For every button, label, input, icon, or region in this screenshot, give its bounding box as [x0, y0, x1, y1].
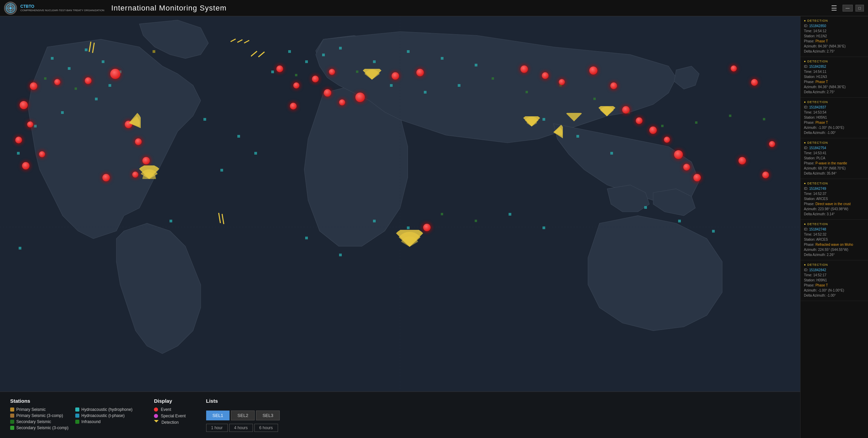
6hours-button[interactable]: 6 hours: [254, 424, 278, 432]
stations-legend: Stations Primary Seismic Hydroacoustic (…: [10, 398, 134, 430]
detection-time: Time: 14:53:54: [804, 110, 865, 115]
detection-item[interactable]: ● DETECTION ID: 151842749 Time: 14:52:37…: [801, 179, 868, 220]
minimize-button[interactable]: —: [843, 5, 853, 12]
display-detection: Detection: [154, 420, 185, 425]
detection-label-badge: ● DETECTION: [804, 222, 865, 226]
detection-azimuth: Azimuth: 84.36° (N84.36°E): [804, 44, 865, 49]
maximize-button[interactable]: □: [855, 5, 864, 12]
stations-items: Primary Seismic Hydroacoustic (hydrophon…: [10, 407, 134, 430]
detection-label-badge: ● DETECTION: [804, 100, 865, 104]
detection-time: Time: 14:54:12: [804, 28, 865, 34]
world-map: [0, 16, 800, 438]
detection-station: Station: ARCES: [804, 237, 865, 242]
detection-delta-azimuth: Delta Azimuth: 2.26°: [804, 252, 865, 257]
detection-item[interactable]: ● DETECTION ID: 151842748 Time: 14:52:32…: [801, 220, 868, 260]
detection-delta-azimuth: Delta Azimuth: 2.75°: [804, 89, 865, 95]
sel1-button[interactable]: SEL1: [206, 411, 230, 420]
detection-time: Time: 14:53:41: [804, 151, 865, 156]
detection-phase: Phase: Phase T: [804, 283, 865, 288]
hydro-tphase-label: Hydroacoustic (t-phase): [81, 413, 124, 418]
sel2-button[interactable]: SEL2: [231, 411, 255, 420]
detection-time: Time: 14:52:37: [804, 191, 865, 196]
detection-time: Time: 14:52:32: [804, 232, 865, 237]
page-title: International Monitoring System: [111, 4, 226, 13]
logo-area: CTBTO COMPREHENSIVE NUCLEAR-TEST-BAN TRE…: [4, 2, 104, 15]
detection-id: ID: 151842749: [804, 186, 865, 191]
infrasound-label: Infrasound: [81, 419, 101, 424]
detection-station: Station: H05N1: [804, 115, 865, 120]
legend-secondary-seismic: Secondary Seismic: [10, 419, 68, 424]
detection-phase: Phase: Phase T: [804, 120, 865, 125]
detection-id: ID: 151842852: [804, 64, 865, 69]
display-special-event: Special Event: [154, 414, 185, 418]
display-title: Display: [154, 398, 185, 404]
detection-phase: Phase: Direct wave in the crust: [804, 201, 865, 206]
detection-station: Station: H11N2: [804, 34, 865, 39]
hydro-tphase-icon: [75, 414, 79, 418]
lists-legend: Lists SEL1 SEL2 SEL3 1 hour 4 hours 6 ho…: [206, 398, 280, 432]
detection-label-badge: ● DETECTION: [804, 263, 865, 266]
detection-item[interactable]: ● DETECTION ID: 151842842 Time: 14:52:17…: [801, 260, 868, 301]
detection-label-badge: ● DETECTION: [804, 141, 865, 144]
detection-azimuth: Azimuth: -1.00° (N-1.00°E): [804, 288, 865, 293]
detection-id: ID: 151842837: [804, 105, 865, 110]
legend-secondary-seismic-3comp: Secondary Seismic (3-comp): [10, 425, 68, 430]
main-content: Stations Primary Seismic Hydroacoustic (…: [0, 16, 868, 438]
detection-item[interactable]: ● DETECTION ID: 151842754 Time: 14:53:41…: [801, 138, 868, 179]
detection-id: ID: 151842850: [804, 23, 865, 28]
logo-icon: [4, 2, 17, 15]
detection-label-badge: ● DETECTION: [804, 19, 865, 22]
detection-label: Detection: [161, 420, 179, 425]
event-label: Event: [161, 407, 171, 412]
detection-id: ID: 151842754: [804, 145, 865, 151]
display-legend: Display Event Special Event Detec: [154, 398, 185, 425]
detection-item[interactable]: ● DETECTION ID: 151842852 Time: 14:54:11…: [801, 57, 868, 98]
4hours-button[interactable]: 4 hours: [229, 424, 253, 432]
legend-primary-seismic: Primary Seismic: [10, 407, 68, 412]
display-event: Event: [154, 407, 185, 412]
secondary-seismic-label: Secondary Seismic: [16, 419, 51, 424]
detection-delta-azimuth: Delta Azimuth: -1.00°: [804, 130, 865, 135]
detection-station: Station: PLCA: [804, 156, 865, 161]
detection-delta-azimuth: Delta Azimuth: 2.75°: [804, 49, 865, 54]
detection-phase: Phase: P-wave in the mantle: [804, 161, 865, 166]
detection-time: Time: 14:54:11: [804, 69, 865, 74]
event-icon: [154, 407, 158, 412]
lists-title: Lists: [206, 398, 280, 404]
menu-button[interactable]: ☰: [828, 3, 840, 14]
sel-buttons: SEL1 SEL2 SEL3: [206, 411, 280, 420]
sel3-button[interactable]: SEL3: [256, 411, 280, 420]
detection-azimuth: Azimuth: 224.55° (S44.55°W): [804, 247, 865, 252]
detection-station: Station: H11N3: [804, 74, 865, 79]
hydro-hydrophone-label: Hydroacoustic (hydrophone): [81, 407, 133, 412]
header-controls: ☰ — □: [828, 3, 864, 14]
primary-3comp-icon: [10, 414, 14, 418]
detection-phase: Phase: Refracted wave on Moho: [804, 242, 865, 247]
1hour-button[interactable]: 1 hour: [206, 424, 228, 432]
legend-hydroacoustic-hydrophone: Hydroacoustic (hydrophone): [75, 407, 134, 412]
infrasound-icon: [75, 420, 79, 424]
org-acronym: CTBTO: [20, 4, 104, 9]
detection-azimuth: Azimuth: -1.00° (N-1.00°E): [804, 125, 865, 130]
legend-hydroacoustic-tphase: Hydroacoustic (t-phase): [75, 413, 134, 418]
legend-primary-seismic-3comp: Primary Seismic (3-comp): [10, 413, 68, 418]
stations-title: Stations: [10, 398, 134, 404]
secondary-3comp-label: Secondary Seismic (3-comp): [16, 425, 68, 430]
detection-item[interactable]: ● DETECTION ID: 151842837 Time: 14:53:54…: [801, 98, 868, 138]
header: CTBTO COMPREHENSIVE NUCLEAR-TEST-BAN TRE…: [0, 0, 868, 16]
map-area[interactable]: Stations Primary Seismic Hydroacoustic (…: [0, 16, 800, 438]
detection-delta-azimuth: Delta Azimuth: 35.84°: [804, 171, 865, 176]
time-buttons: 1 hour 4 hours 6 hours: [206, 424, 280, 432]
detection-delta-azimuth: Delta Azimuth: 3.14°: [804, 212, 865, 217]
detection-phase: Phase: Phase T: [804, 79, 865, 84]
display-items: Event Special Event Detection: [154, 407, 185, 425]
detection-label-badge: ● DETECTION: [804, 60, 865, 63]
detection-phase: Phase: Phase T: [804, 39, 865, 44]
detection-legend-icon: [154, 420, 159, 425]
detection-item[interactable]: ● DETECTION ID: 151842850 Time: 14:54:12…: [801, 16, 868, 57]
detection-id: ID: 151842842: [804, 267, 865, 273]
hydro-hydrophone-icon: [75, 407, 79, 412]
secondary-3comp-icon: [10, 426, 14, 430]
detection-delta-azimuth: Delta Azimuth: -1.00°: [804, 293, 865, 298]
right-panel: ● DETECTION ID: 151842850 Time: 14:54:12…: [800, 16, 868, 438]
